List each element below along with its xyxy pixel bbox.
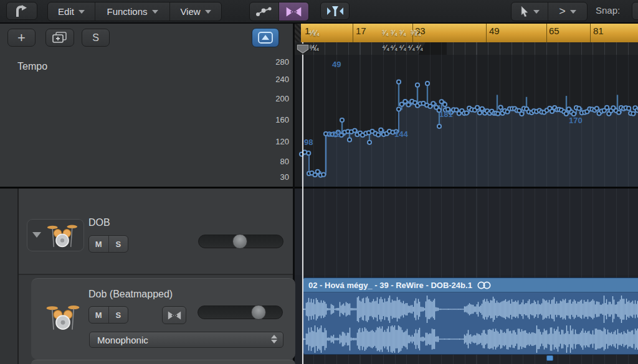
- time-signature-marker[interactable]: ⁴⁄₄: [312, 44, 319, 52]
- plus-icon: +: [17, 30, 26, 46]
- track-header-1[interactable]: DOB M S: [19, 189, 293, 275]
- tempo-point[interactable]: [307, 151, 310, 155]
- logic-pro-tempo-editor: Edit Functions View: [0, 0, 638, 364]
- time-signature-marker[interactable]: ³⁄₄: [391, 29, 398, 37]
- tempo-point[interactable]: [431, 101, 435, 105]
- tempo-point[interactable]: [316, 170, 320, 174]
- track-1-lane[interactable]: [295, 189, 638, 275]
- tempo-point[interactable]: [443, 103, 447, 106]
- chevron-down-icon: [205, 10, 211, 14]
- mute-button[interactable]: M: [89, 307, 109, 323]
- automation-mode-button[interactable]: [250, 2, 279, 21]
- time-signature-marker[interactable]: ⁶⁄₄: [312, 29, 320, 37]
- track-2-volume-slider[interactable]: [198, 306, 283, 319]
- time-signature-marker[interactable]: ⁴⁄₄: [407, 44, 415, 52]
- track-1-volume-slider[interactable]: [198, 235, 283, 248]
- track-1-instrument-box[interactable]: [27, 219, 84, 251]
- time-signature-marker[interactable]: ³⁄₄: [382, 29, 389, 37]
- tempo-point[interactable]: [475, 106, 479, 110]
- bar-ruler[interactable]: 11733496581⁴⁄₄⁶⁄₄³⁄₄³⁄₄³⁄₄³⁄₄³⁄₄: [295, 22, 638, 43]
- tempo-point[interactable]: [368, 141, 371, 144]
- track-2-volume-knob[interactable]: [251, 305, 266, 320]
- tempo-point[interactable]: [321, 173, 325, 177]
- beat-marker[interactable]: [546, 355, 553, 361]
- tempo-point[interactable]: [397, 80, 401, 84]
- secondary-tool-glyph: >: [559, 5, 566, 18]
- menu-functions[interactable]: Functions: [95, 2, 170, 21]
- duplicate-track-button[interactable]: [45, 29, 74, 47]
- tempo-point[interactable]: [397, 107, 401, 111]
- disclosure-up-icon: [258, 32, 273, 44]
- menu-edit-label: Edit: [58, 6, 74, 17]
- global-tracks-toggle-button[interactable]: [252, 28, 279, 47]
- mute-button[interactable]: M: [89, 236, 109, 252]
- flex-mode-dropdown[interactable]: Monophonic: [89, 332, 283, 348]
- tempo-point[interactable]: [340, 118, 344, 122]
- secondary-tool-button[interactable]: >: [548, 2, 587, 21]
- tempo-point[interactable]: [407, 103, 411, 106]
- tempo-point[interactable]: [627, 106, 631, 110]
- time-signature-marker[interactable]: ⁴⁄₄: [390, 44, 398, 52]
- chevron-down-icon: [79, 10, 85, 14]
- tempo-point[interactable]: [376, 133, 380, 137]
- menu-functions-label: Functions: [107, 6, 147, 17]
- tempo-point[interactable]: [416, 83, 419, 87]
- tempo-point[interactable]: [403, 100, 407, 103]
- track-2-name[interactable]: Dob (Beatmapped): [88, 289, 173, 300]
- track-2-flex-button[interactable]: [162, 306, 186, 324]
- playhead-handle-icon[interactable]: [295, 43, 310, 55]
- tempo-point[interactable]: [480, 107, 484, 111]
- tempo-point[interactable]: [353, 129, 356, 133]
- time-signature-marker[interactable]: ⁴⁄₄: [416, 44, 423, 52]
- region-title-bar[interactable]: 02 - Hová mégy_ - 39 - ReWire - DOB-24b.…: [303, 278, 638, 292]
- tempo-point[interactable]: [437, 124, 441, 128]
- tempo-point[interactable]: [478, 111, 482, 114]
- time-signature-marker[interactable]: ⁴⁄₄: [382, 44, 389, 52]
- time-signature-marker[interactable]: ³⁄₄: [414, 29, 421, 37]
- add-track-button[interactable]: +: [7, 29, 36, 47]
- tempo-point[interactable]: [631, 112, 635, 116]
- tempo-point[interactable]: [564, 112, 568, 116]
- track-1-volume-knob[interactable]: [232, 234, 247, 249]
- flex-mode-button[interactable]: [279, 2, 308, 21]
- playhead[interactable]: [302, 42, 303, 364]
- catch-playhead-button[interactable]: [320, 2, 350, 20]
- bar-tick: [546, 22, 547, 42]
- tempo-point[interactable]: [617, 111, 621, 114]
- global-solo-button[interactable]: S: [82, 29, 110, 47]
- tempo-point[interactable]: [605, 106, 609, 110]
- solo-button[interactable]: S: [109, 307, 128, 323]
- beat-ruler-row[interactable]: ⁸⁄₄⁴⁄₄⁴⁄₄⁴⁄₄⁴⁄₄⁴⁄₄⁴⁄₄: [295, 42, 638, 55]
- disclosure-triangle-icon[interactable]: [32, 232, 41, 238]
- tempo-point[interactable]: [498, 105, 502, 109]
- track-2-lane[interactable]: 02 - Hová mégy_ - 39 - ReWire - DOB-24b.…: [295, 275, 638, 364]
- back-button[interactable]: [6, 2, 37, 20]
- tempo-point[interactable]: [348, 138, 351, 142]
- track-1-name[interactable]: DOB: [88, 217, 110, 228]
- track-2-card[interactable]: Dob (Beatmapped) M S Monophonic: [31, 278, 295, 360]
- time-signature-marker[interactable]: ³⁄₄: [399, 29, 406, 37]
- track-1-mute-solo: M S: [88, 235, 128, 253]
- menu-edit[interactable]: Edit: [48, 2, 95, 21]
- tempo-graph-lane[interactable]: 4998138144181170: [295, 55, 638, 187]
- solo-button[interactable]: S: [109, 236, 128, 252]
- tempo-point[interactable]: [496, 112, 500, 116]
- tempo-point[interactable]: [595, 106, 599, 110]
- tempo-point[interactable]: [520, 112, 523, 116]
- tempo-point[interactable]: [465, 111, 469, 114]
- chevron-down-icon: [152, 10, 158, 14]
- editor-menu-bar: Edit Functions View: [47, 2, 222, 21]
- track-3-card-top[interactable]: [31, 360, 295, 364]
- time-signature-marker[interactable]: ⁴⁄₄: [399, 44, 406, 52]
- primary-tool-button[interactable]: [512, 2, 548, 21]
- edit-mode-buttons: [249, 2, 309, 21]
- tempo-point[interactable]: [426, 82, 429, 85]
- tempo-point[interactable]: [379, 128, 383, 132]
- solo-letter: S: [92, 32, 99, 44]
- waveform-right-channel: [303, 324, 638, 355]
- menu-view[interactable]: View: [170, 2, 221, 21]
- tempo-value-label: 144: [394, 129, 408, 139]
- tempo-point[interactable]: [577, 106, 581, 110]
- audio-region[interactable]: 02 - Hová mégy_ - 39 - ReWire - DOB-24b.…: [303, 278, 638, 355]
- snap-menu-button[interactable]: [632, 2, 638, 20]
